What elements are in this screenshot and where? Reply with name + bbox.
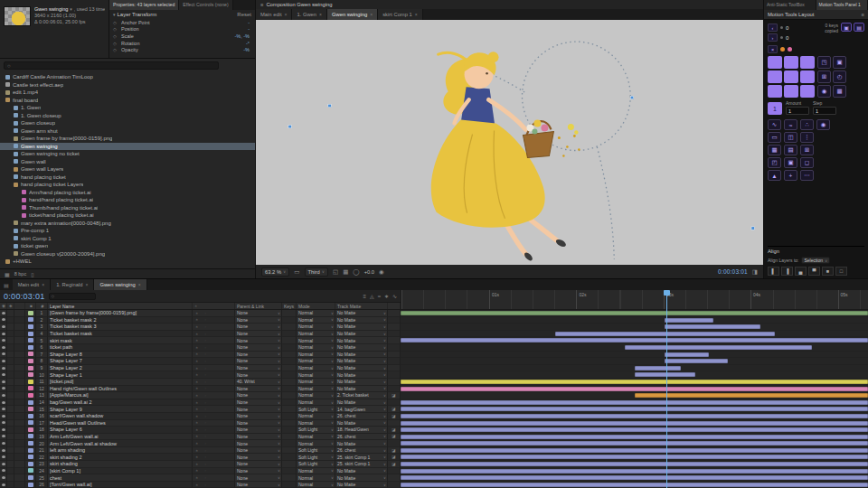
layer-name[interactable]: Ticket basket mask 2 [48, 317, 193, 324]
label-swatch[interactable] [28, 372, 33, 377]
amount-input[interactable]: 1 [786, 107, 809, 115]
composition-viewport[interactable] [256, 20, 763, 265]
motion-tool-button-6[interactable] [800, 70, 815, 83]
tool-icon-button[interactable]: ▣ [784, 157, 797, 168]
timeline-layer-row[interactable]: 1 [Gwen frame by frame[0000-0159].png] ∗… [0, 310, 868, 317]
label-swatch[interactable] [28, 414, 33, 418]
track-matte-dropdown[interactable]: 25. skirt Comp 1∨ [335, 461, 388, 468]
eye-icon[interactable] [2, 476, 5, 479]
project-item[interactable]: Castle text effect.aep [0, 81, 255, 89]
keyframe-icon[interactable]: ◇ [113, 26, 118, 32]
layer-duration-bar[interactable] [401, 441, 868, 446]
timeline-layer-row[interactable]: 2 Ticket basket mask 2 ∗ ◦ None∨ Normal∨… [0, 317, 868, 324]
property-value[interactable]: -% [243, 47, 250, 52]
lock-cell[interactable] [14, 482, 25, 488]
blend-mode-dropdown[interactable]: Normal∨ [297, 413, 335, 420]
lock-cell[interactable] [14, 344, 25, 352]
keys-cell[interactable] [282, 352, 297, 359]
audio-cell[interactable] [7, 379, 14, 386]
label-swatch[interactable] [28, 448, 33, 453]
panel-menu-icon[interactable]: ≡ [260, 2, 263, 7]
layer-switches[interactable]: ∗ ◦ [193, 386, 235, 393]
parent-link-dropdown[interactable]: None∨ [235, 324, 282, 331]
project-item[interactable]: Gwen closeup v[20000-20094].png [0, 250, 255, 258]
layer-switches[interactable]: ∗ ◦ [193, 420, 235, 427]
timeline-layer-row[interactable]: 26 [Torri/Gwen wall.ai] ∗ ◦ None∨ Normal… [0, 482, 868, 488]
project-item[interactable]: ticket gwen [0, 242, 255, 250]
layer-duration-bar[interactable] [401, 483, 868, 487]
lock-cell[interactable] [14, 371, 25, 379]
layer-switches[interactable]: ∗ ◦ [193, 434, 235, 441]
parent-link-dropdown[interactable]: None∨ [235, 427, 282, 434]
parent-link-dropdown[interactable]: None∨ [235, 392, 282, 399]
eye-icon[interactable] [2, 394, 5, 397]
keys-cell[interactable] [282, 468, 297, 475]
parent-link-dropdown[interactable]: None∨ [235, 454, 282, 461]
audio-cell[interactable] [7, 331, 14, 338]
lock-cell[interactable] [14, 324, 25, 331]
layer-name[interactable]: Arm Left/Gwen wall.ai shadow [48, 440, 193, 447]
audio-cell[interactable] [7, 358, 14, 365]
align-button[interactable]: ■ [822, 267, 834, 276]
parent-link-dropdown[interactable]: None∨ [235, 310, 282, 317]
keys-cell[interactable] [282, 371, 297, 379]
project-item[interactable]: Thumb/hand placing ticket.ai [0, 204, 255, 212]
layer-track[interactable] [401, 371, 868, 379]
current-time-display[interactable]: 0:00:03:01 [4, 292, 45, 301]
keys-cell[interactable] [282, 482, 297, 488]
blend-mode-dropdown[interactable]: Normal∨ [297, 386, 335, 393]
tool-icon-button[interactable]: ⊞ [800, 145, 814, 155]
label-swatch[interactable] [28, 317, 33, 322]
timeline-layer-row[interactable]: 5 skirt mask ∗ ◦ None∨ Normal∨ No Matte∨ [0, 337, 868, 344]
layer-track[interactable] [401, 474, 868, 482]
audio-cell[interactable] [7, 365, 14, 372]
layer-duration-bar[interactable] [665, 352, 709, 357]
layer-switches[interactable]: ∗ ◦ [193, 454, 235, 461]
motion-tool-button-2[interactable] [784, 56, 798, 69]
region-of-interest-icon[interactable]: ◱ [333, 268, 338, 276]
motion-blur-icon[interactable]: ∗ [384, 293, 389, 299]
timeline-tab[interactable]: 1. Reginald× [51, 279, 94, 290]
tool-icon-button[interactable]: ◉ [817, 85, 831, 98]
layer-track[interactable] [401, 386, 868, 393]
blend-mode-dropdown[interactable]: Normal∨ [297, 440, 335, 447]
parent-link-dropdown[interactable]: None∨ [235, 365, 282, 372]
eye-icon[interactable] [2, 373, 5, 376]
bit-depth-label[interactable]: 8 bpc [14, 271, 26, 277]
matte-toggle-icon[interactable]: ◪ [392, 434, 395, 438]
timeline-layer-row[interactable]: 12 Hand right/Gwen wall Outlines ∗ ◦ Non… [0, 386, 868, 393]
audio-cell[interactable] [7, 392, 14, 399]
blend-mode-dropdown[interactable]: Normal∨ [297, 392, 335, 399]
project-item[interactable]: Gwen wall Layers [0, 165, 255, 174]
project-item[interactable]: final board [0, 97, 255, 105]
layer-track[interactable] [401, 427, 868, 434]
layer-track[interactable] [401, 358, 868, 365]
track-matte-dropdown[interactable]: 26. chest∨ [335, 447, 388, 455]
close-icon[interactable]: × [42, 282, 44, 287]
track-matte-dropdown[interactable]: No Matte∨ [335, 331, 388, 338]
property-row[interactable]: ◇ Rotation -° [109, 40, 255, 47]
twirl-icon[interactable]: ▾ [113, 12, 116, 17]
tool-icon-button[interactable]: ∴ [800, 119, 814, 130]
viewer-tab[interactable]: Gwen swinging× [327, 9, 378, 20]
timeline-layer-row[interactable]: 9 Shape Layer 2 ∗ ◦ None∨ Normal∨ No Mat… [0, 365, 868, 372]
timeline-layer-row[interactable]: 25 chest ∗ ◦ None∨ Normal∨ No Matte∨ [0, 474, 868, 482]
layer-track[interactable] [401, 413, 868, 420]
viewer-tab[interactable]: skirt Comp 1× [378, 9, 422, 20]
layer-name[interactable]: Shape Layer 1 [48, 371, 193, 379]
motion-tool-button-5[interactable] [784, 70, 798, 83]
audio-cell[interactable] [7, 386, 14, 393]
layer-track[interactable] [401, 365, 868, 372]
project-item[interactable]: Gwen swinging no ticket [0, 150, 255, 158]
eye-icon[interactable] [2, 435, 5, 437]
motion-tool-button-3[interactable] [800, 56, 815, 69]
audio-cell[interactable] [7, 461, 14, 468]
layer-duration-bar[interactable] [635, 393, 868, 398]
audio-cell[interactable] [7, 482, 14, 488]
project-item[interactable]: edit 1.mp4 [0, 89, 255, 97]
tool-icon-button[interactable]: ◻ [800, 157, 814, 168]
key-nav-button[interactable]: ‹ [768, 23, 778, 32]
audio-cell[interactable] [7, 371, 14, 379]
layer-name[interactable]: ticket path [48, 344, 193, 352]
tool-icon-button[interactable]: ◉ [816, 119, 830, 130]
